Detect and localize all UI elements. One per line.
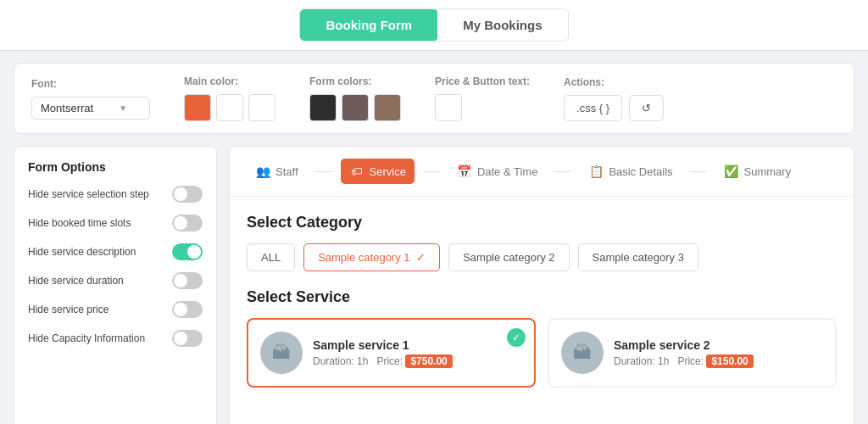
step-summary-label: Summary [744, 165, 792, 178]
option-row-5: Hide Capacity Information [28, 330, 203, 347]
option-row-4: Hide service price [28, 301, 203, 318]
option-toggle-4[interactable] [172, 301, 203, 318]
price-button-swatch[interactable] [435, 94, 462, 121]
step-divider-2 [423, 171, 440, 172]
category-2[interactable]: Sample category 2 [448, 243, 569, 271]
step-datetime-label: Date & Time [477, 165, 538, 178]
service-details-2: Duration: 1h Price: $150.00 [614, 355, 823, 367]
option-toggle-2[interactable] [172, 243, 203, 260]
category-3[interactable]: Sample category 3 [578, 243, 698, 271]
service-card-2[interactable]: 🏔 Sample service 2 Duration: 1h Price: $… [548, 318, 837, 388]
form-color-swatches [309, 94, 401, 121]
refresh-button[interactable]: ↺ [629, 95, 664, 121]
font-value: Montserrat [41, 102, 93, 114]
left-panel-scroll: Form Options Hide service selection step… [14, 147, 216, 424]
staff-icon: 👥 [255, 164, 270, 179]
service-avatar-2: 🏔 [561, 332, 604, 374]
main-color-swatch-2[interactable] [216, 94, 243, 121]
main-color-label: Main color: [184, 75, 275, 87]
main-layout: Form Options Hide service selection step… [14, 146, 854, 424]
left-panel: Form Options Hide service selection step… [14, 146, 217, 424]
option-toggle-3[interactable] [172, 272, 203, 289]
category-1[interactable]: Sample category 1 ✓ [303, 243, 440, 271]
service-name-2: Sample service 2 [614, 338, 823, 352]
select-service-title: Select Service [247, 288, 837, 306]
price-button-swatches [435, 94, 530, 121]
service-price-1: $750.00 [405, 354, 452, 368]
check-icon: ✓ [416, 251, 426, 264]
option-label-2: Hide service description [28, 245, 164, 259]
step-datetime[interactable]: 📅 Date & Time [448, 159, 547, 184]
main-color-swatches [184, 94, 275, 121]
price-button-label: Price & Button text: [435, 75, 530, 87]
summary-icon: ✅ [724, 164, 739, 179]
option-toggle-0[interactable] [172, 186, 203, 203]
option-row-2: Hide service description [28, 243, 203, 260]
step-basic-details-label: Basic Details [609, 165, 672, 178]
service-details-1: Duration: 1h Price: $750.00 [313, 355, 522, 367]
css-button[interactable]: .css { } [564, 95, 622, 121]
service-card-1[interactable]: 🏔 Sample service 1 Duration: 1h Price: $… [247, 318, 536, 388]
step-basic-details[interactable]: 📋 Basic Details [580, 159, 681, 184]
service-icon: 🏷 [349, 164, 364, 179]
service-price-2: $150.00 [706, 354, 753, 368]
step-summary[interactable]: ✅ Summary [715, 159, 800, 184]
form-colors-label: Form colors: [309, 75, 401, 87]
chevron-down-icon: ▼ [119, 103, 127, 113]
form-color-swatch-2[interactable] [342, 94, 369, 121]
top-navigation: Booking Form My Bookings [0, 0, 868, 51]
option-row-0: Hide service selection step [28, 186, 203, 203]
main-color-swatch-1[interactable] [184, 94, 211, 121]
settings-bar: Font: Montserrat ▼ Main color: Form colo… [14, 63, 854, 134]
main-color-group: Main color: [184, 75, 275, 121]
booking-form-tab[interactable]: Booking Form [300, 9, 437, 41]
option-row-3: Hide service duration [28, 272, 203, 289]
options-list: Hide service selection step Hide booked … [28, 186, 203, 347]
font-group: Font: Montserrat ▼ [31, 78, 150, 120]
select-category-title: Select Category [247, 214, 837, 232]
service-avatar-1: 🏔 [260, 332, 303, 374]
content-area: Select Category ALL Sample category 1 ✓ … [230, 197, 854, 424]
step-staff-label: Staff [275, 165, 298, 178]
step-service[interactable]: 🏷 Service [341, 159, 415, 184]
form-colors-group: Form colors: [309, 75, 401, 121]
services-grid: 🏔 Sample service 1 Duration: 1h Price: $… [247, 318, 837, 388]
option-label-1: Hide booked time slots [28, 216, 164, 231]
category-filters: ALL Sample category 1 ✓ Sample category … [247, 243, 837, 271]
category-all[interactable]: ALL [247, 243, 295, 271]
right-panel: 👥 Staff 🏷 Service 📅 Date & Time 📋 Basic … [229, 146, 854, 424]
option-row-1: Hide booked time slots [28, 215, 203, 232]
form-options-title: Form Options [28, 160, 203, 174]
service-name-1: Sample service 1 [313, 338, 522, 352]
nav-tab-group: Booking Form My Bookings [299, 8, 568, 42]
step-staff[interactable]: 👥 Staff [247, 159, 307, 184]
actions-group: Actions: .css { } ↺ [564, 76, 664, 121]
step-service-label: Service [370, 165, 406, 178]
form-color-swatch-1[interactable] [309, 94, 337, 121]
option-label-4: Hide service price [28, 303, 164, 317]
steps-navigation: 👥 Staff 🏷 Service 📅 Date & Time 📋 Basic … [230, 147, 854, 197]
option-toggle-5[interactable] [172, 330, 203, 347]
main-color-swatch-3[interactable] [248, 94, 275, 121]
actions-label: Actions: [564, 76, 664, 88]
price-button-group: Price & Button text: [435, 75, 530, 121]
option-toggle-1[interactable] [172, 215, 203, 232]
selected-check-icon: ✓ [507, 328, 526, 347]
font-selector[interactable]: Montserrat ▼ [31, 97, 150, 120]
basic-details-icon: 📋 [588, 164, 604, 179]
option-label-0: Hide service selection step [28, 187, 164, 202]
datetime-icon: 📅 [457, 164, 472, 179]
font-label: Font: [31, 78, 150, 90]
step-divider-1 [315, 171, 332, 172]
step-divider-4 [690, 171, 707, 172]
option-label-3: Hide service duration [28, 274, 164, 288]
my-bookings-tab[interactable]: My Bookings [437, 9, 567, 41]
step-divider-3 [554, 171, 571, 172]
form-color-swatch-3[interactable] [374, 94, 401, 121]
option-label-5: Hide Capacity Information [28, 332, 164, 346]
service-info-1: Sample service 1 Duration: 1h Price: $75… [313, 338, 522, 367]
action-buttons: .css { } ↺ [564, 95, 664, 121]
service-info-2: Sample service 2 Duration: 1h Price: $15… [614, 338, 823, 367]
